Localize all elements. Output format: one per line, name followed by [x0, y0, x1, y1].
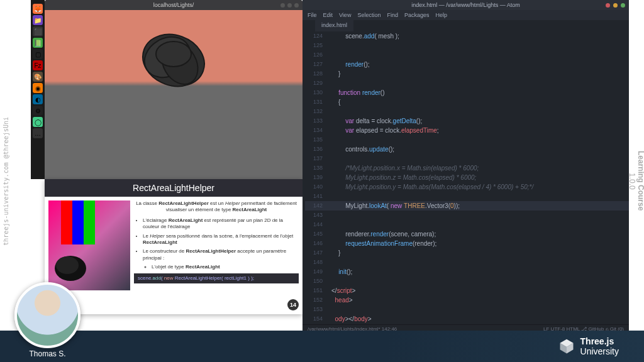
- code-line[interactable]: 144: [305, 220, 629, 229]
- code-line[interactable]: 125: [305, 41, 629, 50]
- window-controls[interactable]: [280, 3, 299, 8]
- code-line[interactable]: 139 MyLight.position.z = Math.cos(elapse…: [305, 173, 629, 182]
- menu-selection[interactable]: Selection: [357, 12, 380, 18]
- presenter-name: Thomas S.: [11, 349, 84, 358]
- menu-edit[interactable]: Edit: [323, 12, 333, 18]
- slide-content: La classe RectAreaLightHelper est un Hel…: [134, 200, 299, 290]
- threejs-viewport[interactable]: [45, 10, 303, 179]
- code-line[interactable]: 135: [305, 135, 629, 145]
- gimp-icon[interactable]: 🎨: [33, 72, 43, 82]
- presenter-avatar: Thomas S.: [11, 282, 84, 358]
- code-line[interactable]: 146 requestAnimationFrame(render);: [305, 239, 629, 248]
- terminal-icon[interactable]: ▢: [33, 49, 43, 59]
- browser-titlebar[interactable]: localhost/Lights/: [45, 0, 303, 10]
- code-snippet: scene.add( new RectAreaLightHelper( rect…: [134, 273, 299, 283]
- slide-body: La classe RectAreaLightHelper est un Hel…: [45, 197, 303, 294]
- app-icon[interactable]: ◐: [33, 94, 43, 104]
- code-line[interactable]: 126: [305, 50, 629, 60]
- svg-point-5: [56, 256, 79, 274]
- blender-icon[interactable]: ◉: [33, 83, 43, 93]
- code-line[interactable]: 129: [305, 79, 629, 88]
- code-line[interactable]: 145 renderer.render(scene, camera);: [305, 229, 629, 239]
- browser-url: localhost/Lights/: [153, 2, 194, 8]
- code-line[interactable]: 143: [305, 211, 629, 220]
- app-icon[interactable]: ⬛: [33, 26, 43, 36]
- atom-editor: index.html — /var/www/html/Lights — Atom…: [303, 0, 629, 333]
- code-line[interactable]: 131 {: [305, 97, 629, 107]
- code-line[interactable]: 142 MyLight.lookAt( new THREE.Vector3(0)…: [305, 201, 629, 211]
- ubuntu-dock: 🦊 📁 ⬛ 📗 ▢ Fz 🎨 ◉ ◐ ⚙ ◯ …: [31, 0, 45, 179]
- menu-find[interactable]: Find: [387, 12, 398, 18]
- slide-title: RectAreaLightHelper: [45, 179, 303, 197]
- brand-text: threejs-university.com @threejsUni: [3, 117, 9, 246]
- editor-menubar[interactable]: FileEditViewSelectionFindPackagesHelp: [303, 10, 629, 20]
- slide-page-number: 14: [287, 299, 299, 310]
- code-line[interactable]: 133 var delta = clock.getDelta();: [305, 116, 629, 126]
- slide-thumbnail: [48, 200, 130, 290]
- code-line[interactable]: 138 /*MyLight.position.x = Math.sin(elap…: [305, 163, 629, 173]
- avatar-image: [14, 282, 80, 348]
- code-line[interactable]: 152 head>: [305, 295, 629, 305]
- threejs-university-logo: Three.jsUniversity: [558, 336, 619, 356]
- menu-help[interactable]: Help: [435, 12, 447, 18]
- window-controls[interactable]: [606, 3, 625, 8]
- files-icon[interactable]: 📁: [33, 15, 43, 25]
- torus-knot: [130, 23, 218, 98]
- code-area[interactable]: 124 scene.add( mesh );125126127 render()…: [303, 31, 629, 324]
- editor-tabs[interactable]: index.html: [303, 20, 629, 31]
- code-line[interactable]: 147 }: [305, 248, 629, 258]
- footer-banner: Three.jsUniversity: [0, 331, 644, 362]
- code-line[interactable]: 128 }: [305, 69, 629, 79]
- svg-point-3: [156, 41, 191, 67]
- code-line[interactable]: 148: [305, 258, 629, 267]
- code-line[interactable]: 140 MyLight.position.y = Math.abs(Math.c…: [305, 182, 629, 192]
- app-icon[interactable]: 📗: [33, 38, 43, 48]
- editor-tab-active[interactable]: index.html: [315, 20, 353, 31]
- app-icon[interactable]: ◯: [33, 117, 43, 127]
- code-line[interactable]: 153: [305, 305, 629, 314]
- code-line[interactable]: 141: [305, 192, 629, 201]
- code-line[interactable]: 127 render();: [305, 60, 629, 69]
- course-label: Learning Course1.0.0: [628, 151, 644, 211]
- code-line[interactable]: 134 var elapsed = clock.elapsedTime;: [305, 126, 629, 135]
- firefox-icon[interactable]: 🦊: [33, 4, 43, 14]
- code-line[interactable]: 124 scene.add( mesh );: [305, 31, 629, 41]
- filezilla-icon[interactable]: Fz: [33, 60, 43, 70]
- brand-right-rail: Learning Course1.0.0: [629, 0, 644, 362]
- browser-window: localhost/Lights/: [45, 0, 303, 179]
- code-line[interactable]: 154 ody></body>: [305, 314, 629, 324]
- code-line[interactable]: 150: [305, 277, 629, 286]
- brand-left-rail: threejs-university.com @threejsUni: [0, 0, 11, 362]
- code-line[interactable]: 130 function render(): [305, 88, 629, 97]
- menu-view[interactable]: View: [339, 12, 351, 18]
- cube-icon: [558, 337, 575, 355]
- app-icon[interactable]: …: [33, 128, 43, 138]
- code-line[interactable]: 136 controls.update();: [305, 145, 629, 154]
- code-line[interactable]: 149 init();: [305, 267, 629, 277]
- editor-title-text: index.html — /var/www/html/Lights — Atom: [411, 2, 520, 8]
- menu-file[interactable]: File: [308, 12, 317, 18]
- menu-packages[interactable]: Packages: [404, 12, 430, 18]
- code-line[interactable]: 151</script>: [305, 286, 629, 295]
- code-line[interactable]: 132: [305, 107, 629, 116]
- app-icon[interactable]: ⚙: [33, 106, 43, 116]
- code-line[interactable]: 137: [305, 154, 629, 163]
- editor-titlebar[interactable]: index.html — /var/www/html/Lights — Atom: [303, 0, 629, 10]
